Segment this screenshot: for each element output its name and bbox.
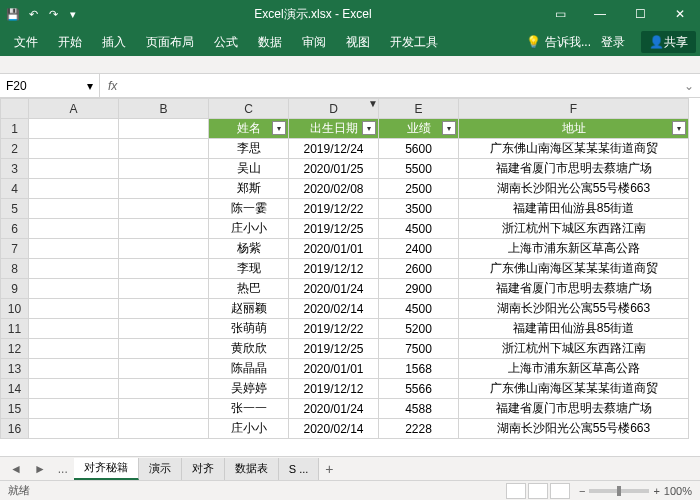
share-button[interactable]: 👤 共享 xyxy=(641,31,696,53)
cell[interactable]: 湖南长沙阳光公寓55号楼663 xyxy=(459,419,689,439)
cell[interactable]: 2020/02/08 xyxy=(289,179,379,199)
cell[interactable] xyxy=(119,119,209,139)
cell[interactable]: 张一一 xyxy=(209,399,289,419)
table-header-f[interactable]: 地址▾ xyxy=(459,119,689,139)
cell[interactable] xyxy=(119,379,209,399)
cell[interactable] xyxy=(119,139,209,159)
worksheet-grid[interactable]: ▼ ABCDEF1姓名▾出生日期▾业绩▾地址▾2李思2019/12/245600… xyxy=(0,98,700,456)
cell[interactable]: 4588 xyxy=(379,399,459,419)
cell[interactable]: 5200 xyxy=(379,319,459,339)
sheet-tab[interactable]: 对齐 xyxy=(182,458,225,480)
cell[interactable]: 5500 xyxy=(379,159,459,179)
cell[interactable] xyxy=(119,279,209,299)
tell-me[interactable]: 💡 告诉我... xyxy=(526,34,591,51)
cell[interactable] xyxy=(29,319,119,339)
cell[interactable]: 赵丽颖 xyxy=(209,299,289,319)
cell[interactable]: 2020/01/01 xyxy=(289,359,379,379)
sheet-tab[interactable]: 演示 xyxy=(139,458,182,480)
cell[interactable]: 上海市浦东新区草高公路 xyxy=(459,239,689,259)
tab-view[interactable]: 视图 xyxy=(336,28,380,56)
cell[interactable] xyxy=(119,399,209,419)
row-header[interactable]: 11 xyxy=(1,319,29,339)
cell[interactable]: 福建省厦门市思明去蔡塘广场 xyxy=(459,399,689,419)
cell[interactable]: 吴婷婷 xyxy=(209,379,289,399)
cell[interactable] xyxy=(29,239,119,259)
cell[interactable]: 2019/12/12 xyxy=(289,379,379,399)
cell[interactable]: 湖南长沙阳光公寓55号楼663 xyxy=(459,299,689,319)
close-icon[interactable]: ✕ xyxy=(660,0,700,28)
view-layout-icon[interactable] xyxy=(528,483,548,499)
ribbon-options-icon[interactable]: ▭ xyxy=(540,0,580,28)
cell[interactable] xyxy=(119,419,209,439)
cell[interactable] xyxy=(29,119,119,139)
cell[interactable]: 2400 xyxy=(379,239,459,259)
row-header[interactable]: 9 xyxy=(1,279,29,299)
add-sheet-button[interactable]: + xyxy=(319,461,339,477)
col-header-F[interactable]: F xyxy=(459,99,689,119)
col-header-E[interactable]: E xyxy=(379,99,459,119)
zoom-control[interactable]: − + 100% xyxy=(579,485,692,497)
row-header[interactable]: 4 xyxy=(1,179,29,199)
cell[interactable]: 广东佛山南海区某某某街道商贸 xyxy=(459,379,689,399)
cell[interactable]: 2020/01/25 xyxy=(289,159,379,179)
cell[interactable]: 7500 xyxy=(379,339,459,359)
cell[interactable]: 2228 xyxy=(379,419,459,439)
cell[interactable]: 上海市浦东新区草高公路 xyxy=(459,359,689,379)
row-header[interactable]: 2 xyxy=(1,139,29,159)
cell[interactable]: 吴山 xyxy=(209,159,289,179)
tab-formulas[interactable]: 公式 xyxy=(204,28,248,56)
zoom-in-icon[interactable]: + xyxy=(653,485,659,497)
cell[interactable] xyxy=(29,379,119,399)
cell[interactable]: 5600 xyxy=(379,139,459,159)
cell[interactable]: 2500 xyxy=(379,179,459,199)
cell[interactable]: 湖南长沙阳光公寓55号楼663 xyxy=(459,179,689,199)
cell[interactable] xyxy=(29,179,119,199)
table-header-c[interactable]: 姓名▾ xyxy=(209,119,289,139)
cell[interactable]: 庄小小 xyxy=(209,219,289,239)
cell[interactable]: 福建省厦门市思明去蔡塘广场 xyxy=(459,279,689,299)
fx-icon[interactable]: fx xyxy=(100,79,125,93)
cell[interactable]: 2020/02/14 xyxy=(289,419,379,439)
minimize-icon[interactable]: — xyxy=(580,0,620,28)
cell[interactable]: 2600 xyxy=(379,259,459,279)
view-break-icon[interactable] xyxy=(550,483,570,499)
cell[interactable]: 浙江杭州下城区东西路江南 xyxy=(459,219,689,239)
cell[interactable] xyxy=(119,259,209,279)
cell[interactable]: 2020/01/24 xyxy=(289,279,379,299)
formula-expand-icon[interactable]: ⌄ xyxy=(678,79,700,93)
save-icon[interactable]: 💾 xyxy=(6,7,20,21)
cell[interactable]: 福建莆田仙游县85街道 xyxy=(459,319,689,339)
tab-file[interactable]: 文件 xyxy=(4,28,48,56)
cell[interactable] xyxy=(29,279,119,299)
sheet-tab[interactable]: S ... xyxy=(279,458,320,480)
cell[interactable]: 2020/01/24 xyxy=(289,399,379,419)
col-header-A[interactable]: A xyxy=(29,99,119,119)
tab-data[interactable]: 数据 xyxy=(248,28,292,56)
cell[interactable]: 4500 xyxy=(379,219,459,239)
row-header[interactable]: 15 xyxy=(1,399,29,419)
tab-home[interactable]: 开始 xyxy=(48,28,92,56)
row-header[interactable]: 6 xyxy=(1,219,29,239)
cell[interactable] xyxy=(29,159,119,179)
tab-insert[interactable]: 插入 xyxy=(92,28,136,56)
cell[interactable]: 2019/12/22 xyxy=(289,319,379,339)
cell[interactable] xyxy=(119,199,209,219)
cell[interactable]: 2019/12/22 xyxy=(289,199,379,219)
cell[interactable] xyxy=(29,399,119,419)
cell[interactable]: 张萌萌 xyxy=(209,319,289,339)
row-header[interactable]: 5 xyxy=(1,199,29,219)
cell[interactable] xyxy=(29,419,119,439)
undo-icon[interactable]: ↶ xyxy=(26,7,40,21)
zoom-slider[interactable] xyxy=(589,489,649,493)
cell[interactable]: 2019/12/25 xyxy=(289,339,379,359)
redo-icon[interactable]: ↷ xyxy=(46,7,60,21)
cell[interactable]: 庄小小 xyxy=(209,419,289,439)
cell[interactable] xyxy=(119,339,209,359)
cell[interactable] xyxy=(119,319,209,339)
sheet-nav-next-icon[interactable]: ► xyxy=(28,462,52,476)
cell[interactable]: 李现 xyxy=(209,259,289,279)
cell[interactable]: 2020/01/01 xyxy=(289,239,379,259)
cell[interactable] xyxy=(119,179,209,199)
cell[interactable]: 1568 xyxy=(379,359,459,379)
row-header[interactable]: 7 xyxy=(1,239,29,259)
